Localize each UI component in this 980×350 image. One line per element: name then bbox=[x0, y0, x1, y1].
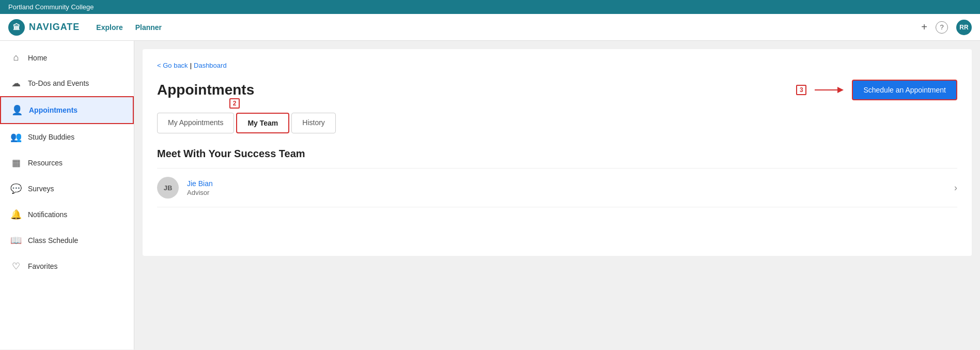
sidebar-label-surveys: Surveys bbox=[28, 185, 54, 193]
sidebar-label-resources: Resources bbox=[28, 159, 63, 167]
favorites-icon: ♡ bbox=[10, 261, 22, 272]
surveys-icon: 💬 bbox=[10, 183, 22, 194]
sidebar-item-notifications[interactable]: 🔔 Notifications bbox=[0, 202, 134, 227]
advisor-info: Jie Bian Advisor bbox=[187, 179, 954, 196]
sidebar-label-appointments: Appointments bbox=[29, 106, 77, 114]
class-schedule-icon: 📖 bbox=[10, 235, 22, 246]
tab-my-team[interactable]: My Team bbox=[236, 113, 289, 133]
resources-icon: ▦ bbox=[10, 157, 22, 169]
tabs: My Appointments My Team History bbox=[157, 113, 957, 133]
sidebar-item-appointments[interactable]: 👤 Appointments bbox=[0, 96, 134, 124]
go-back-link[interactable]: < Go back bbox=[157, 62, 188, 69]
annotation-2-area: 2 bbox=[229, 98, 242, 109]
navbar: 🏛 NAVIGATE Explore Planner + ? RR bbox=[0, 14, 980, 41]
main-layout: ⌂ Home ☁ To-Dos and Events 👤 Appointment… bbox=[0, 41, 980, 349]
advisor-row[interactable]: JB Jie Bian Advisor › bbox=[157, 168, 957, 207]
content-area: < Go back | Dashboard Appointments 3 bbox=[134, 41, 980, 349]
arrow-3 bbox=[815, 85, 846, 95]
sidebar-item-home[interactable]: ⌂ Home bbox=[0, 45, 134, 70]
nav-link-planner[interactable]: Planner bbox=[135, 23, 162, 32]
section-title: Meet With Your Success Team bbox=[157, 148, 957, 160]
chevron-right-icon: › bbox=[954, 182, 957, 193]
sidebar: ⌂ Home ☁ To-Dos and Events 👤 Appointment… bbox=[0, 41, 134, 349]
content-card: < Go back | Dashboard Appointments 3 bbox=[143, 49, 972, 256]
sidebar-item-resources[interactable]: ▦ Resources bbox=[0, 150, 134, 176]
sidebar-label-home: Home bbox=[28, 54, 47, 62]
page-header-row: Appointments 3 Schedule an Appoi bbox=[157, 80, 957, 100]
advisor-role: Advisor bbox=[187, 189, 954, 196]
page-title: Appointments bbox=[157, 82, 254, 98]
nav-link-explore[interactable]: Explore bbox=[96, 23, 122, 32]
notifications-icon: 🔔 bbox=[10, 209, 22, 220]
sidebar-item-todos[interactable]: ☁ To-Dos and Events bbox=[0, 70, 134, 96]
tab-my-appointments[interactable]: My Appointments bbox=[157, 113, 234, 133]
nav-logo[interactable]: 🏛 NAVIGATE bbox=[8, 19, 80, 36]
top-bar: Portland Community College bbox=[0, 0, 980, 14]
top-bar-title: Portland Community College bbox=[8, 3, 94, 11]
sidebar-label-favorites: Favorites bbox=[28, 262, 58, 270]
sidebar-label-notifications: Notifications bbox=[28, 210, 67, 219]
annotation-2: 2 bbox=[229, 98, 240, 109]
sidebar-item-favorites[interactable]: ♡ Favorites bbox=[0, 253, 134, 279]
advisor-avatar: JB bbox=[157, 177, 179, 199]
breadcrumb-separator: | bbox=[190, 62, 192, 69]
user-avatar[interactable]: RR bbox=[956, 20, 972, 35]
sidebar-label-class-schedule: Class Schedule bbox=[28, 236, 78, 245]
todos-icon: ☁ bbox=[10, 78, 22, 89]
study-buddies-icon: 👥 bbox=[10, 131, 22, 143]
appointments-icon: 👤 bbox=[11, 104, 23, 116]
page-title-area: Appointments bbox=[157, 82, 254, 98]
header-right: 3 Schedule an Appointment bbox=[796, 80, 957, 100]
annotation-3: 3 bbox=[796, 85, 806, 95]
tabs-area: 2 My Appointments My Team History bbox=[157, 113, 957, 133]
sidebar-label-todos: To-Dos and Events bbox=[28, 79, 89, 87]
sidebar-item-surveys[interactable]: 💬 Surveys bbox=[0, 176, 134, 202]
tab-history[interactable]: History bbox=[291, 113, 336, 133]
sidebar-label-study-buddies: Study Buddies bbox=[28, 133, 74, 141]
dashboard-link[interactable]: Dashboard bbox=[194, 62, 227, 69]
nav-logo-text: NAVIGATE bbox=[29, 22, 80, 33]
home-icon: ⌂ bbox=[10, 52, 22, 63]
add-button[interactable]: + bbox=[921, 21, 927, 33]
sidebar-item-class-schedule[interactable]: 📖 Class Schedule bbox=[0, 227, 134, 253]
sidebar-item-study-buddies[interactable]: 👥 Study Buddies bbox=[0, 124, 134, 150]
nav-right: + ? RR bbox=[921, 20, 972, 35]
nav-links: Explore Planner bbox=[96, 23, 162, 32]
help-button[interactable]: ? bbox=[936, 21, 948, 34]
logo-icon: 🏛 bbox=[8, 19, 25, 36]
advisor-name-link[interactable]: Jie Bian bbox=[187, 179, 954, 188]
breadcrumb: < Go back | Dashboard bbox=[157, 62, 957, 69]
schedule-appointment-button[interactable]: Schedule an Appointment bbox=[852, 80, 957, 100]
